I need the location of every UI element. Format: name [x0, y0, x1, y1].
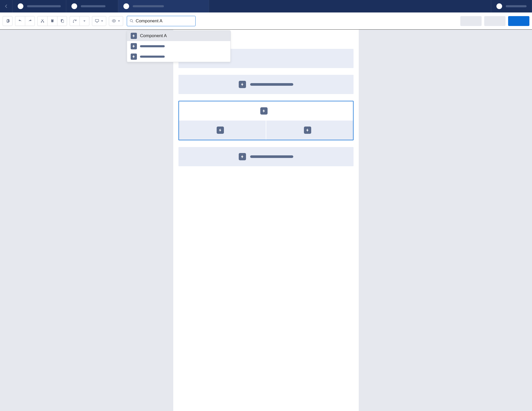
- toolbar-action-1[interactable]: [460, 16, 482, 26]
- bolt-icon: [131, 43, 137, 49]
- refresh-group: [70, 16, 89, 26]
- tab-label-placeholder: [506, 5, 527, 7]
- tab-label-placeholder: [81, 5, 105, 7]
- tab-avatar: [496, 3, 502, 9]
- refresh-dropdown[interactable]: [79, 16, 89, 26]
- bolt-icon: [131, 33, 137, 39]
- clipboard-group: [37, 16, 67, 26]
- search-results-dropdown: Component A: [127, 30, 231, 62]
- search-icon: [130, 19, 134, 23]
- selected-component-group[interactable]: [178, 101, 354, 140]
- tab-label-placeholder: [27, 5, 61, 7]
- component-search-input[interactable]: [136, 18, 193, 24]
- group-header[interactable]: [179, 101, 353, 121]
- display-mode-dropdown[interactable]: [92, 16, 106, 26]
- search-result-label-placeholder: [140, 56, 165, 58]
- group-cell-right[interactable]: [266, 121, 353, 140]
- component-label-placeholder: [250, 83, 293, 86]
- tab-avatar: [18, 3, 23, 9]
- refresh-button[interactable]: [70, 16, 79, 26]
- back-button[interactable]: [0, 0, 12, 12]
- redo-button[interactable]: [25, 16, 35, 26]
- bolt-icon: [131, 54, 137, 60]
- canvas-component-block[interactable]: [178, 75, 354, 94]
- search-result-2[interactable]: [127, 41, 230, 51]
- page-canvas: [173, 30, 359, 411]
- undo-icon: [18, 19, 22, 23]
- group-cell-left[interactable]: [179, 121, 266, 140]
- svg-point-5: [113, 20, 114, 21]
- group-row: [179, 121, 353, 140]
- toolbar-action-primary[interactable]: [508, 16, 529, 26]
- component-search[interactable]: [127, 16, 196, 26]
- canvas-workspace[interactable]: [0, 30, 532, 411]
- caret-down-icon: [83, 20, 86, 22]
- nav-tab-right[interactable]: [491, 0, 532, 12]
- svg-point-6: [130, 19, 132, 22]
- bolt-icon: [260, 107, 268, 115]
- canvas-component-block[interactable]: [178, 147, 354, 166]
- nav-tab-2[interactable]: [66, 0, 118, 12]
- top-nav: [0, 0, 532, 12]
- cut-icon: [40, 19, 45, 23]
- svg-rect-3: [62, 20, 64, 23]
- bolt-icon: [304, 127, 311, 134]
- paste-button[interactable]: [57, 16, 67, 26]
- toolbar-action-2[interactable]: [484, 16, 506, 26]
- tab-label-placeholder: [133, 5, 164, 7]
- back-icon: [4, 4, 9, 9]
- svg-rect-0: [51, 19, 54, 22]
- search-result-3[interactable]: [127, 51, 230, 62]
- undo-redo-group: [15, 16, 35, 26]
- svg-rect-1: [52, 19, 53, 19]
- search-result-label-placeholder: [140, 45, 165, 47]
- search-result-label: Component A: [140, 33, 167, 38]
- search-wrap: Component A: [127, 16, 196, 26]
- search-result-1[interactable]: Component A: [127, 31, 230, 41]
- component-label-placeholder: [250, 155, 293, 158]
- visibility-dropdown[interactable]: [109, 16, 123, 26]
- settings-button[interactable]: [3, 16, 12, 26]
- paste-icon: [60, 19, 64, 23]
- tab-avatar: [123, 3, 129, 9]
- nav-spacer: [209, 0, 491, 12]
- tab-avatar: [71, 3, 77, 9]
- refresh-icon: [72, 19, 77, 23]
- gear-icon: [5, 19, 10, 23]
- redo-icon: [28, 19, 32, 23]
- eye-icon: [112, 19, 116, 23]
- copy-button[interactable]: [47, 16, 57, 26]
- svg-rect-4: [95, 19, 99, 22]
- bolt-icon: [239, 153, 246, 160]
- bolt-icon: [217, 127, 224, 134]
- toolbar: Component A: [0, 12, 532, 30]
- nav-tab-1[interactable]: [12, 0, 66, 12]
- nav-tab-3[interactable]: [118, 0, 209, 12]
- copy-icon: [50, 19, 55, 23]
- undo-button[interactable]: [15, 16, 25, 26]
- caret-down-icon: [118, 20, 120, 22]
- caret-down-icon: [101, 20, 103, 22]
- display-icon: [95, 19, 99, 23]
- cut-button[interactable]: [37, 16, 47, 26]
- bolt-icon: [239, 81, 246, 88]
